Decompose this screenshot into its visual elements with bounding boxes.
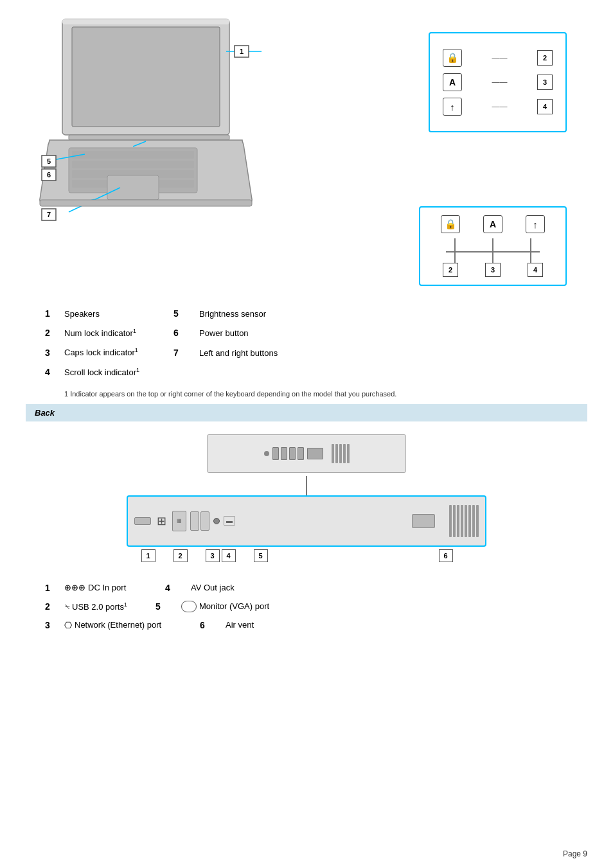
label-num-1: 1 [45,308,64,319]
back-num-2: 2 [173,549,188,562]
label-row-1: 1 Speakers 5 Brightness sensor [45,308,568,319]
top-labels: 1 Speakers 5 Brightness sensor 2 Num loc… [26,308,587,398]
label-text-power: Power button [199,328,249,338]
label-num2-5: 5 [173,308,199,319]
back-label-network: Network (Ethernet) port [75,620,200,630]
numlock-bottom-icon: 🔒 [441,215,460,233]
svg-text:5: 5 [47,157,51,165]
monitor-icon-shape [181,601,197,612]
back-num-4: 4 [222,549,236,562]
svg-text:1: 1 [240,48,244,55]
label-text-numlock: Num lock indicator1 [64,328,173,338]
label-row-3: 3 Caps lock indicator1 7 Left and right … [45,347,568,357]
label-text-capslock: Caps lock indicator1 [64,347,173,357]
svg-rect-6 [72,161,194,168]
label-num-3: 3 [45,348,64,358]
back-label-row-2: 2 ⍀ USB 2.0 ports1 5 Monitor (VGA) port [45,601,568,612]
dc-port-group [134,517,151,525]
capslock-bottom-icon: A [483,215,502,233]
back-section-header: Back [26,404,587,421]
bottom-indicator-panel: 🔒 A ↑ 2 [419,206,567,286]
vga-port [412,514,435,528]
back-num-6-wrapper: 6 [439,549,453,562]
usb-port-1 [190,511,199,531]
back-label-vga: Monitor (VGA) port [199,601,269,611]
label-row-2: 2 Num lock indicator1 6 Power button [45,328,568,338]
back-label-num-2: 2 [45,601,64,612]
footnote-sup-1: 1 [133,328,136,334]
back-num-5: 5 [254,549,268,562]
back-label-num-3: 3 [45,620,64,630]
back-label-row-1: 1 ⊕⊕⊕ DC In port 4 AV Out jack [45,583,568,593]
vent-block [449,505,479,537]
back-diagram-container: ⊞ ▦ ▬ [26,421,587,569]
top-port-right [307,448,323,459]
label-text-speakers: Speakers [64,309,173,319]
label-row-4: 4 Scroll lock indicator1 [45,367,568,377]
footnote-text: 1 Indicator appears on the top or right … [64,390,568,398]
label-num2-7: 7 [173,348,199,358]
left-port-nums: 1 2 3 4 5 [141,549,268,562]
rj45-port: ▦ [172,511,186,531]
usb-ports-group [190,511,209,531]
indicator-item-2: 🔒 —— 2 [443,49,553,67]
av-jack-port [213,518,220,524]
modem-symbol: ⊞ [157,514,166,528]
arrow-icon: —— [492,53,508,62]
arrow-icon-2: —— [492,78,508,87]
network-icon-sym: ⎔ [64,620,72,630]
svg-rect-23 [40,200,252,206]
back-device-top [207,434,406,473]
label-text-lr-buttons: Left and right buttons [199,348,278,358]
back-main-device: ⊞ ▦ ▬ [127,495,486,547]
laptop-illustration: 5 6 7 1 [30,13,262,231]
connect-line [306,476,307,495]
svg-rect-2 [62,19,229,24]
back-label-num2-5: 5 [155,601,181,612]
back-label-num2-6: 6 [200,620,226,630]
top-vent [332,444,350,463]
footnote-sup-3: 1 [136,367,139,373]
svg-rect-9 [107,175,159,200]
back-header-text: Back [35,408,55,418]
back-num-1: 1 [141,549,155,562]
back-labels-section: 1 ⊕⊕⊕ DC In port 4 AV Out jack 2 ⍀ USB 2… [26,569,587,644]
back-label-row-3: 3 ⎔ Network (Ethernet) port 6 Air vent [45,620,568,630]
indicator-item-3: A —— 3 [443,73,553,91]
dc-indicator [264,451,269,456]
back-num-6: 6 [439,549,453,562]
callout-num-4: 4 [537,99,553,114]
label-num-4: 4 [45,367,64,377]
footnote-sup-2: 1 [135,347,138,353]
bottom-num-4: 4 [528,263,543,277]
dc-icon-text: ⊕⊕⊕ [64,583,85,592]
usb-port-2 [200,511,209,531]
back-label-num2-4: 4 [165,583,191,593]
scrolllock-icon: ↑ [443,98,462,116]
indicator-item-4: ↑ —— 4 [443,98,553,116]
indicator-callout-panel: 🔒 —— 2 A —— 3 ↑ —— 4 [429,32,567,132]
port-connectors-top [272,447,304,460]
scrolllock-bottom-icon: ↑ [526,215,545,233]
label-text-brightness: Brightness sensor [199,309,266,319]
back-label-usb: USB 2.0 ports1 [72,601,155,612]
back-label-num-1: 1 [45,583,64,593]
numlock-icon: 🔒 [443,49,462,67]
capslock-icon: A [443,73,462,91]
svg-rect-1 [72,27,220,127]
back-label-dc: DC In port [88,583,165,592]
label-num2-6: 6 [173,328,199,338]
label-text-scrolllock: Scroll lock indicator1 [64,367,173,377]
back-footnote-sup: 1 [124,601,127,608]
back-label-av: AV Out jack [191,583,235,592]
label-num-2: 2 [45,328,64,338]
bottom-num-3: 3 [485,263,501,277]
svg-rect-5 [72,151,194,159]
indicator-nums-row: 2 3 4 [429,263,556,277]
back-num-3: 3 [206,549,220,562]
svg-text:6: 6 [47,171,51,179]
svg-text:7: 7 [47,211,51,218]
vga-connector-symbol: ▬ [224,516,235,526]
back-port-numbers: 1 2 3 4 5 6 [129,547,485,562]
page-number: Page 9 [563,849,587,858]
